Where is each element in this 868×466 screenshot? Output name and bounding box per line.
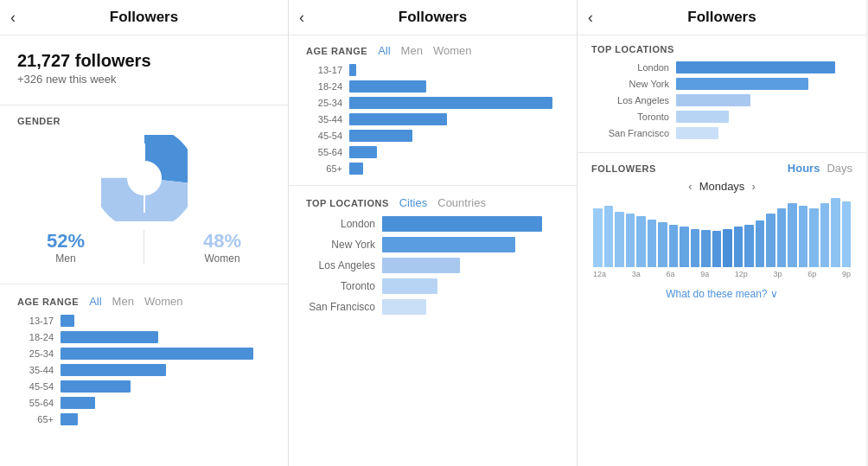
location-bar-label: Toronto bbox=[306, 280, 375, 292]
time-label: 12p bbox=[735, 270, 748, 278]
age-bar-row: 65+ bbox=[306, 163, 559, 175]
age-bar-fill bbox=[349, 146, 377, 158]
age-bar-track bbox=[61, 397, 271, 409]
gender-divider bbox=[144, 230, 144, 265]
gender-legend: 52% Men 48% Women bbox=[17, 230, 271, 273]
bar-chart-bar bbox=[766, 214, 775, 267]
location-bar-fill bbox=[382, 216, 542, 232]
p3-loc-bar-track bbox=[676, 61, 852, 73]
divider-1 bbox=[0, 105, 288, 105]
location-bar-row: Toronto bbox=[306, 278, 559, 294]
age-range-section-1: AGE RANGE All Men Women 13-1718-2425-343… bbox=[0, 295, 288, 425]
time-label: 3p bbox=[774, 270, 782, 278]
age-bar-track bbox=[61, 348, 271, 360]
age-bar-row: 13-17 bbox=[17, 315, 271, 327]
back-arrow-1[interactable]: ‹ bbox=[10, 9, 16, 27]
location-bar-fill bbox=[382, 299, 426, 315]
p3-loc-row: New York bbox=[591, 78, 852, 90]
location-bar-label: London bbox=[306, 218, 375, 230]
bar-chart-bar bbox=[842, 201, 852, 267]
age-bar-label: 45-54 bbox=[306, 131, 342, 141]
bar-chart-bar bbox=[831, 198, 840, 267]
age-bar-row: 13-17 bbox=[306, 64, 559, 76]
p3-loc-row: Toronto bbox=[591, 111, 852, 123]
age-bar-fill bbox=[349, 113, 447, 125]
age-bar-fill bbox=[61, 413, 78, 425]
age-filter-men-2[interactable]: Men bbox=[401, 44, 423, 57]
age-bar-track bbox=[349, 80, 559, 93]
panel-3-header: ‹ Followers bbox=[578, 0, 866, 35]
followers-count: 21,727 followers bbox=[17, 51, 271, 71]
nav-label: Mondays bbox=[699, 180, 745, 193]
location-bar-track bbox=[382, 258, 559, 273]
back-arrow-2[interactable]: ‹ bbox=[299, 9, 304, 27]
followers-section-header: FOLLOWERS Hours Days bbox=[591, 162, 852, 175]
bar-chart-bar bbox=[680, 227, 689, 267]
age-filter-men-1[interactable]: Men bbox=[112, 295, 134, 308]
loc-bars-2: LondonNew YorkLos AngelesTorontoSan Fran… bbox=[306, 216, 559, 315]
age-filter-all-2[interactable]: All bbox=[378, 44, 390, 57]
days-filter[interactable]: Days bbox=[827, 162, 852, 175]
age-bar-fill bbox=[349, 64, 356, 76]
location-bar-fill bbox=[382, 237, 515, 252]
p3-top-loc-label: TOP LOCATIONS bbox=[591, 44, 852, 54]
age-filter-women-2[interactable]: Women bbox=[433, 44, 472, 57]
hours-filter[interactable]: Hours bbox=[788, 162, 820, 175]
location-bar-track bbox=[382, 216, 559, 232]
panel-1-title: Followers bbox=[110, 9, 178, 26]
cities-filter-2[interactable]: Cities bbox=[399, 196, 428, 209]
age-bar-row: 25-34 bbox=[17, 348, 271, 360]
age-bar-row: 65+ bbox=[17, 413, 271, 425]
location-bar-track bbox=[382, 278, 559, 294]
nav-left[interactable]: ‹ bbox=[688, 180, 692, 193]
age-bar-label: 18-24 bbox=[17, 332, 54, 342]
men-pct: 52% bbox=[47, 230, 85, 252]
age-bar-label: 55-64 bbox=[306, 147, 342, 157]
women-pct: 48% bbox=[203, 230, 241, 252]
women-label: Women bbox=[203, 252, 241, 265]
age-bar-row: 35-44 bbox=[306, 113, 559, 125]
age-bar-label: 35-44 bbox=[306, 114, 342, 124]
bar-chart-bar bbox=[669, 225, 679, 267]
p3-loc-label: Los Angeles bbox=[591, 95, 669, 105]
countries-filter-2[interactable]: Countries bbox=[437, 196, 486, 209]
location-bar-label: San Francisco bbox=[306, 301, 375, 313]
followers-section: FOLLOWERS Hours Days ‹ Mondays › 12a3a6a… bbox=[578, 153, 866, 310]
location-bar-row: New York bbox=[306, 237, 559, 252]
age-filter-women-1[interactable]: Women bbox=[144, 295, 183, 308]
panel-2-content: AGE RANGE All Men Women 13-1718-2425-343… bbox=[289, 35, 577, 329]
gender-women: 48% Women bbox=[203, 230, 241, 265]
age-bar-track bbox=[61, 331, 271, 343]
nav-right[interactable]: › bbox=[751, 180, 755, 193]
age-bars-1: 13-1718-2425-3435-4445-5455-6465+ bbox=[17, 315, 271, 425]
bar-chart-bar bbox=[604, 206, 614, 267]
p3-loc-bar-track bbox=[676, 127, 852, 139]
age-range-header-1: AGE RANGE All Men Women bbox=[17, 295, 271, 308]
p3-loc-bar-fill bbox=[676, 61, 835, 73]
followers-new: +326 new this week bbox=[17, 73, 271, 86]
time-label: 6p bbox=[807, 270, 816, 278]
bar-chart-bar bbox=[756, 220, 765, 267]
bar-chart-bar bbox=[636, 216, 646, 267]
time-label: 6a bbox=[666, 270, 674, 278]
back-arrow-3[interactable]: ‹ bbox=[588, 9, 593, 27]
gender-label: GENDER bbox=[0, 116, 288, 126]
age-filter-all-1[interactable]: All bbox=[89, 295, 101, 308]
bar-chart-bar bbox=[809, 208, 819, 267]
age-bar-fill bbox=[61, 348, 253, 360]
panel-1: ‹ Followers 21,727 followers +326 new th… bbox=[0, 0, 289, 466]
age-bar-track bbox=[349, 64, 559, 76]
p3-top-locations: TOP LOCATIONS LondonNew YorkLos AngelesT… bbox=[578, 35, 866, 153]
age-bar-row: 45-54 bbox=[306, 130, 559, 142]
bar-chart-bar bbox=[744, 225, 754, 267]
top-loc-label-2: TOP LOCATIONS bbox=[306, 198, 389, 208]
age-bar-track bbox=[61, 364, 271, 376]
p3-loc-label: London bbox=[591, 62, 669, 73]
age-bar-fill bbox=[349, 130, 412, 142]
p3-loc-label: New York bbox=[591, 79, 669, 89]
age-bar-label: 13-17 bbox=[306, 65, 342, 75]
mondays-nav: ‹ Mondays › bbox=[591, 180, 852, 193]
bar-chart-bar bbox=[626, 214, 635, 267]
what-mean-link[interactable]: What do these mean? ∨ bbox=[666, 288, 778, 300]
age-range-label-2: AGE RANGE bbox=[306, 46, 367, 56]
